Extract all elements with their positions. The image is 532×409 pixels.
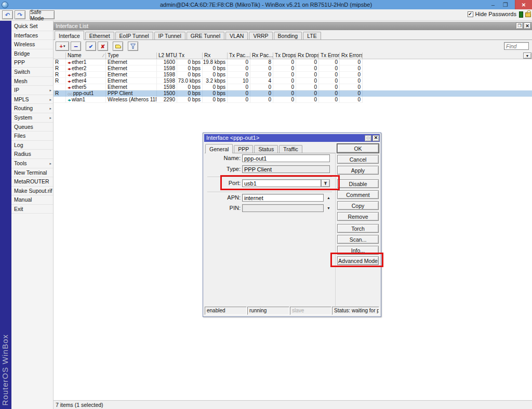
hide-passwords-checkbox[interactable]: ✔ <box>468 11 473 17</box>
dialog-tab-traffic[interactable]: Traffic <box>279 145 302 153</box>
close-button[interactable]: ✕ <box>515 0 532 9</box>
sidebar-item-label: System <box>14 114 32 121</box>
column-header-flags[interactable] <box>54 52 66 59</box>
column-header-tx-drops[interactable]: Tx Drops <box>273 52 296 59</box>
dialog-tab-status[interactable]: Status <box>254 145 278 153</box>
sidebar-item-radius[interactable]: Radius <box>11 150 53 159</box>
copy-button[interactable]: Copy <box>337 201 379 210</box>
tab-interface[interactable]: Interface <box>55 31 84 40</box>
column-header-tx-errors[interactable]: Tx Errors <box>319 52 340 59</box>
disable-button[interactable]: ✘ <box>98 42 108 51</box>
dialog-close-icon[interactable]: ✕ <box>373 135 379 141</box>
cell-type: Ethernet <box>106 78 157 84</box>
dialog-restore-icon[interactable]: □ <box>365 135 371 141</box>
sidebar-item-log[interactable]: Log <box>11 141 53 150</box>
disable-button[interactable]: Disable <box>337 179 379 188</box>
add-interface-button[interactable]: +▾ <box>56 42 69 51</box>
remove-interface-button[interactable]: − <box>71 42 81 51</box>
comment-button[interactable]: Comment <box>337 190 379 199</box>
cell-flag: R <box>54 72 66 78</box>
table-row-ether5[interactable]: ◂▸ether5Ethernet15980 bps0 bps000000 <box>54 84 532 90</box>
name-field[interactable] <box>242 154 330 162</box>
sidebar-item-metarouter[interactable]: MetaROUTER <box>11 177 53 187</box>
cell-txd: 0 <box>273 59 296 65</box>
column-header-tx[interactable]: Tx <box>177 52 203 59</box>
sidebar-item-label: MetaROUTER <box>14 178 49 184</box>
column-menu-button[interactable]: ▼ <box>523 52 531 59</box>
filter-button[interactable] <box>128 42 138 51</box>
cell-txe: 0 <box>319 65 340 72</box>
column-header-name[interactable]: Name∕ <box>66 52 106 59</box>
column-header-rx-pac[interactable]: Rx Pac... <box>250 52 273 59</box>
column-header-l2-mtu[interactable]: L2 MTU <box>157 52 177 59</box>
sidebar-item-mpls[interactable]: MPLS▸ <box>11 95 53 104</box>
sidebar-item-exit[interactable]: Exit <box>11 205 53 214</box>
apn-field[interactable] <box>242 194 324 202</box>
tab-ethernet[interactable]: Ethernet <box>85 32 114 39</box>
column-header-rx-drops[interactable]: Rx Drops <box>296 52 319 59</box>
sidebar-item-new-terminal[interactable]: New Terminal <box>11 168 53 178</box>
tab-bonding[interactable]: Bonding <box>274 32 302 39</box>
column-header-tx-pac[interactable]: Tx Pac... <box>228 52 250 59</box>
cancel-button[interactable]: Cancel <box>337 155 379 164</box>
submenu-arrow-icon: ▸ <box>49 159 51 168</box>
tab-eoip-tunnel[interactable]: EoIP Tunnel <box>115 32 153 39</box>
interface-list-titlebar[interactable]: Interface List ❐ ✕ <box>54 22 532 30</box>
table-row-ppp-out1[interactable]: R◇◇ppp-out1PPP Client15000 bps0 bps00000… <box>54 90 532 97</box>
pin-expand-arrow-icon[interactable]: ▼ <box>327 206 330 210</box>
sidebar-item-ip[interactable]: IP▸ <box>11 86 53 95</box>
window-close-icon[interactable]: ✕ <box>524 22 531 29</box>
sidebar-item-routing[interactable]: Routing▸ <box>11 104 53 113</box>
table-row-ether1[interactable]: R◂▸ether1Ethernet16000 bps19.8 kbps08000… <box>54 59 532 65</box>
comment-note-button[interactable] <box>113 42 123 51</box>
torch-button[interactable]: Torch <box>337 224 379 233</box>
redo-button[interactable]: ↷ <box>15 10 25 19</box>
apply-button[interactable]: Apply <box>337 166 379 175</box>
apn-collapse-arrow-icon[interactable]: ▲ <box>327 196 330 200</box>
dialog-tab-ppp[interactable]: PPP <box>234 145 253 153</box>
sidebar-item-ppp[interactable]: PPP <box>11 58 53 68</box>
column-header-rx[interactable]: Rx <box>203 52 228 59</box>
restore-button[interactable]: ❐ <box>500 0 511 9</box>
sidebar-item-tools[interactable]: Tools▸ <box>11 159 53 168</box>
sidebar-item-switch[interactable]: Switch <box>11 68 53 77</box>
remove-button[interactable]: Remove <box>337 212 379 221</box>
sidebar-item-queues[interactable]: Queues <box>11 123 53 132</box>
table-row-ether4[interactable]: R◂▸ether4Ethernet159873.0 kbps3.2 kbps10… <box>54 78 532 84</box>
sidebar-item-label: Quick Set <box>14 23 38 29</box>
column-header-rx-errors[interactable]: Rx Errors <box>340 52 363 59</box>
minimize-button[interactable]: – <box>487 0 499 9</box>
sidebar-item-manual[interactable]: Manual <box>11 195 53 205</box>
column-header-type[interactable]: Type <box>106 52 157 59</box>
tab-vrrp[interactable]: VRRP <box>249 32 272 39</box>
sidebar-item-files[interactable]: Files <box>11 131 53 141</box>
table-row-ether2[interactable]: R◂▸ether2Ethernet15980 bps0 bps000000 <box>54 65 532 72</box>
tab-vlan[interactable]: VLAN <box>225 32 248 39</box>
table-row-ether3[interactable]: R◂▸ether3Ethernet15980 bps0 bps000000 <box>54 72 532 78</box>
sidebar-item-bridge[interactable]: Bridge <box>11 49 53 59</box>
find-input[interactable] <box>504 42 529 50</box>
safe-mode-button[interactable]: Safe Mode <box>30 10 55 19</box>
sidebar-item-interfaces[interactable]: Interfaces <box>11 31 53 41</box>
dialog-tab-general[interactable]: General <box>205 144 233 153</box>
window-restore-icon[interactable]: ❐ <box>516 22 523 29</box>
sidebar-item-mesh[interactable]: Mesh <box>11 77 53 86</box>
row-filler <box>363 78 532 84</box>
enable-button[interactable]: ✔ <box>86 42 96 51</box>
dialog-titlebar[interactable]: Interface <ppp-out1> □ ✕ <box>204 134 380 142</box>
tab-gre-tunnel[interactable]: GRE Tunnel <box>187 32 224 39</box>
undo-button[interactable]: ↶ <box>2 10 13 19</box>
dialog-title: Interface <ppp-out1> <box>206 135 259 141</box>
tab-lte[interactable]: LTE <box>303 32 321 39</box>
sidebar-item-system[interactable]: System▸ <box>11 113 53 123</box>
tab-ip-tunnel[interactable]: IP Tunnel <box>154 32 185 39</box>
sidebar-item-make-supout-rif[interactable]: Make Supout.rif <box>11 187 53 196</box>
sidebar-item-quick-set[interactable]: Quick Set <box>11 22 53 31</box>
routeros-winbox-brand: RouterOS WinBox <box>1 334 9 406</box>
scan-button[interactable]: Scan... <box>337 235 379 244</box>
sidebar-item-wireless[interactable]: Wireless <box>11 40 53 49</box>
cell-txd: 0 <box>273 97 296 103</box>
table-row-wlan1[interactable]: ◂▸wlan1Wireless (Atheros 11N)22900 bps0 … <box>54 97 532 103</box>
ok-button[interactable]: OK <box>337 144 379 153</box>
cell-name: ◂▸ether5 <box>66 84 106 90</box>
